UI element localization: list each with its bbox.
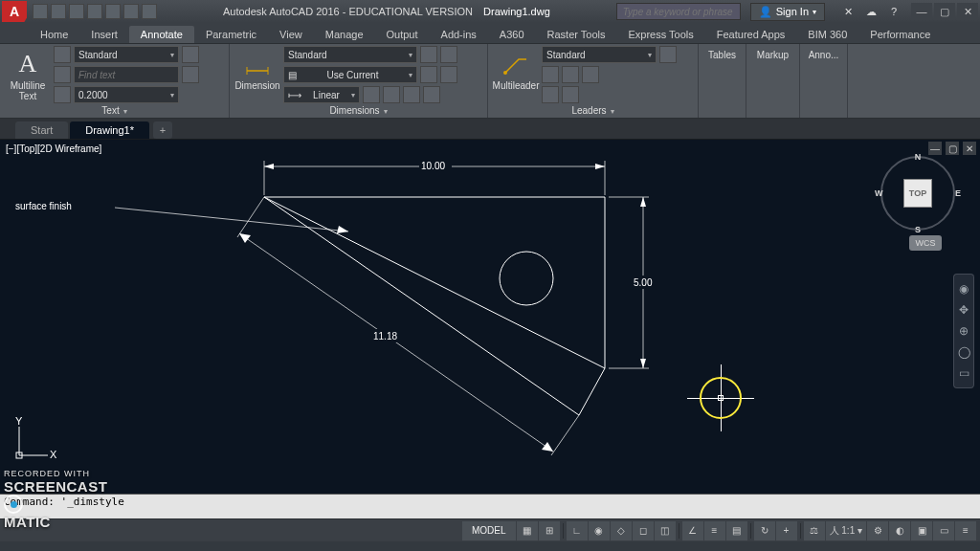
nav-showmotion-icon[interactable]: ▭ <box>954 363 973 384</box>
leader-t1-icon[interactable] <box>542 66 559 83</box>
status-lineweight-icon[interactable]: ≡ <box>704 521 725 540</box>
new-tab-button[interactable]: + <box>153 121 172 139</box>
multileader-button[interactable]: Multileader <box>494 46 538 91</box>
dim-t7-icon[interactable] <box>403 86 420 103</box>
status-workspace-icon[interactable]: ⚙ <box>867 521 888 540</box>
nav-wheel-icon[interactable]: ◉ <box>954 278 973 299</box>
tab-manage[interactable]: Manage <box>314 26 375 43</box>
minimize-button[interactable]: — <box>911 3 932 20</box>
panel-leaders-label[interactable]: Leaders <box>494 103 692 118</box>
tab-parametric[interactable]: Parametric <box>194 26 268 43</box>
dim-tool3-icon[interactable] <box>420 66 437 83</box>
stayconnected-icon[interactable]: ☁ <box>863 4 879 19</box>
dim-tool4-icon[interactable] <box>440 66 457 83</box>
tab-bim360[interactable]: BIM 360 <box>796 26 858 43</box>
command-area[interactable]: Command: '_dimstyle <box>0 494 980 518</box>
model-space-button[interactable]: MODEL <box>462 521 516 540</box>
viewcube-s[interactable]: S <box>915 225 921 234</box>
status-custom-icon[interactable]: ≡ <box>955 521 976 540</box>
tab-express[interactable]: Express Tools <box>616 26 704 43</box>
tab-a360[interactable]: A360 <box>488 26 536 43</box>
text-height-icon[interactable] <box>54 86 71 103</box>
status-annomonitor-icon[interactable]: + <box>776 521 797 540</box>
qat-redo-icon[interactable] <box>142 4 157 19</box>
find-text-input[interactable] <box>74 66 179 83</box>
leader-t2-icon[interactable] <box>562 66 579 83</box>
text-stylemgr-icon[interactable] <box>182 46 199 63</box>
close-button[interactable]: ✕ <box>957 3 978 20</box>
viewcube[interactable]: N S W E TOP <box>879 154 957 232</box>
qat-saveas-icon[interactable] <box>87 4 102 19</box>
qat-undo-icon[interactable] <box>123 4 139 19</box>
app-logo[interactable]: A <box>2 1 27 22</box>
leader-style-combo[interactable]: Standard▾ <box>542 46 657 63</box>
wcs-badge[interactable]: WCS <box>909 235 942 251</box>
status-isolate-icon[interactable]: ▣ <box>911 521 932 540</box>
nav-zoom-icon[interactable]: ⊕ <box>954 320 973 342</box>
abc-icon[interactable] <box>54 46 71 63</box>
panel-markup[interactable]: Markup <box>746 44 800 118</box>
panel-text-label[interactable]: Text <box>6 103 223 118</box>
status-grid-icon[interactable]: ▦ <box>517 521 538 540</box>
status-transparency-icon[interactable]: ▤ <box>726 521 747 540</box>
status-cleanscreen-icon[interactable]: ▭ <box>933 521 954 540</box>
panel-tables[interactable]: Tables <box>699 44 746 118</box>
status-ortho-icon[interactable]: ∟ <box>567 521 588 540</box>
dim-style-combo[interactable]: Standard▾ <box>283 46 417 63</box>
status-polar-icon[interactable]: ◉ <box>589 521 610 540</box>
tab-output[interactable]: Output <box>375 26 430 43</box>
tab-drawing1[interactable]: Drawing1* <box>70 121 149 139</box>
tab-insert[interactable]: Insert <box>79 26 129 43</box>
dimension-button[interactable]: Dimension <box>235 46 279 91</box>
status-osnap-icon[interactable]: ◻ <box>633 521 654 540</box>
sign-in-button[interactable]: 👤 Sign In ▾ <box>750 3 825 21</box>
exchange-icon[interactable]: ✕ <box>840 4 856 19</box>
nav-orbit-icon[interactable]: ◯ <box>954 342 973 363</box>
tab-home[interactable]: Home <box>29 26 79 43</box>
leader-t5-icon[interactable] <box>562 86 579 103</box>
panel-anno[interactable]: Anno... <box>800 44 848 118</box>
status-otrack-icon[interactable]: ∠ <box>682 521 703 540</box>
help-icon[interactable]: ? <box>886 4 902 19</box>
qat-plot-icon[interactable] <box>105 4 121 19</box>
viewcube-e[interactable]: E <box>955 188 961 198</box>
viewcube-w[interactable]: W <box>875 188 883 198</box>
dim-tool1-icon[interactable] <box>420 46 437 63</box>
tab-addins[interactable]: Add-ins <box>430 26 488 43</box>
status-snap-icon[interactable]: ⊞ <box>539 521 560 540</box>
leader-t4-icon[interactable] <box>542 86 559 103</box>
tab-view[interactable]: View <box>268 26 314 43</box>
text-height-combo[interactable]: 0.2000▾ <box>74 86 179 103</box>
tab-featured[interactable]: Featured Apps <box>705 26 797 43</box>
tab-raster[interactable]: Raster Tools <box>536 26 617 43</box>
find-icon[interactable] <box>54 66 71 83</box>
dim-t5-icon[interactable] <box>363 86 380 103</box>
leader-t3-icon[interactable] <box>582 66 599 83</box>
text-style-combo[interactable]: Standard▾ <box>74 46 179 63</box>
tab-annotate[interactable]: Annotate <box>129 26 194 43</box>
tab-performance[interactable]: Performance <box>858 26 942 43</box>
tab-start[interactable]: Start <box>15 121 68 139</box>
help-search-input[interactable] <box>616 3 741 20</box>
status-annoscale-icon[interactable]: ⚖ <box>804 521 825 540</box>
qat-new-icon[interactable] <box>33 4 48 19</box>
panel-dimensions-label[interactable]: Dimensions <box>235 103 481 118</box>
qat-open-icon[interactable] <box>51 4 66 19</box>
drawing-canvas[interactable]: [−][Top][2D Wireframe] — ▢ ✕ 10.00 5.00 <box>0 140 980 494</box>
dim-t6-icon[interactable] <box>383 86 400 103</box>
find-go-icon[interactable] <box>182 66 199 83</box>
dim-linear-combo[interactable]: ⟼ Linear▾ <box>283 86 360 103</box>
status-hardware-icon[interactable]: ◐ <box>889 521 910 540</box>
status-scale-button[interactable]: 人 1:1 ▾ <box>826 521 866 540</box>
maximize-button[interactable]: ▢ <box>934 3 955 20</box>
status-3dosnap-icon[interactable]: ◫ <box>655 521 676 540</box>
viewcube-n[interactable]: N <box>915 152 922 162</box>
status-iso-icon[interactable]: ◇ <box>611 521 632 540</box>
leader-stylemgr-icon[interactable] <box>659 46 677 63</box>
dim-tool2-icon[interactable] <box>440 46 457 63</box>
status-cycling-icon[interactable]: ↻ <box>754 521 775 540</box>
dim-t8-icon[interactable] <box>423 86 440 103</box>
nav-pan-icon[interactable]: ✥ <box>954 299 973 320</box>
dim-layer-combo[interactable]: ▤ Use Current▾ <box>283 66 417 83</box>
qat-save-icon[interactable] <box>69 4 84 19</box>
